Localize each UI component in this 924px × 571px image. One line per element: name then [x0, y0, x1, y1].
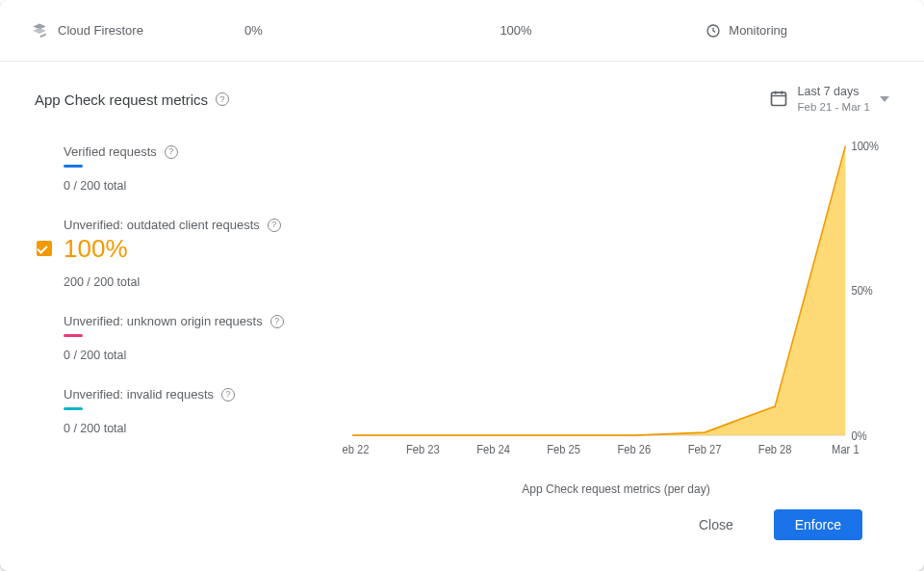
help-icon[interactable]: ?	[216, 92, 229, 106]
metric-value: 100%	[64, 234, 335, 264]
chart-panel: 0%50%100%Feb 22Feb 23Feb 24Feb 25Feb 26F…	[343, 137, 889, 496]
svg-text:Feb 22: Feb 22	[343, 442, 370, 456]
firestore-icon	[31, 22, 48, 39]
svg-text:Feb 25: Feb 25	[547, 442, 580, 456]
metric-item[interactable]: Unverified: invalid requests?0 / 200 tot…	[35, 379, 335, 453]
page-title-text: App Check request metrics	[35, 91, 208, 108]
date-range-name: Last 7 days	[798, 85, 870, 100]
clock-icon	[706, 23, 721, 39]
svg-text:50%: 50%	[851, 284, 873, 298]
svg-text:0%: 0%	[851, 428, 866, 443]
svg-text:Feb 26: Feb 26	[617, 442, 651, 456]
close-button[interactable]: Close	[678, 509, 755, 540]
date-range-sub: Feb 21 - Mar 1	[798, 100, 870, 114]
page-title: App Check request metrics ?	[35, 91, 229, 108]
metric-sub: 0 / 200 total	[64, 349, 335, 362]
date-range-label: Last 7 days Feb 21 - Mar 1	[798, 85, 870, 114]
main-split: Verified requests?0 / 200 totalUnverifie…	[35, 137, 889, 496]
svg-text:Feb 28: Feb 28	[758, 442, 792, 456]
body: App Check request metrics ? Last 7 days …	[0, 62, 924, 571]
title-row: App Check request metrics ? Last 7 days …	[35, 85, 889, 114]
metric-swatch	[64, 407, 83, 410]
svg-text:Feb 24: Feb 24	[476, 442, 510, 456]
app-check-card: Cloud Firestore 0% 100% Monitoring App C…	[0, 0, 924, 571]
metric-label: Unverified: unknown origin requests?	[64, 314, 335, 328]
metric-sub: 0 / 200 total	[64, 422, 335, 435]
svg-text:Feb 27: Feb 27	[688, 442, 722, 456]
enforce-button[interactable]: Enforce	[774, 509, 862, 540]
svg-text:100%: 100%	[851, 139, 879, 153]
product-label: Cloud Firestore	[58, 23, 143, 38]
metric-item[interactable]: Unverified: outdated client requests?100…	[35, 210, 335, 306]
date-range-picker[interactable]: Last 7 days Feb 21 - Mar 1	[769, 85, 889, 114]
topbar: Cloud Firestore 0% 100% Monitoring	[0, 0, 924, 62]
footer: Close Enforce	[35, 496, 889, 559]
chart: 0%50%100%Feb 22Feb 23Feb 24Feb 25Feb 26F…	[343, 137, 889, 479]
metric-label: Unverified: outdated client requests?	[64, 218, 335, 232]
metric-sub: 200 / 200 total	[64, 275, 335, 289]
chart-caption: App Check request metrics (per day)	[343, 482, 889, 496]
metric-sub: 0 / 200 total	[64, 179, 335, 193]
svg-text:Mar 1: Mar 1	[832, 442, 860, 456]
calendar-icon	[769, 89, 788, 111]
metric-swatch	[64, 165, 83, 168]
topbar-pct-a: 0%	[244, 23, 418, 38]
metric-item[interactable]: Verified requests?0 / 200 total	[35, 137, 335, 210]
topbar-pct-b: 100%	[429, 23, 603, 38]
metric-label: Verified requests?	[64, 144, 335, 159]
metric-swatch	[64, 334, 83, 337]
help-icon[interactable]: ?	[221, 388, 235, 402]
help-icon[interactable]: ?	[270, 315, 284, 328]
svg-rect-1	[771, 92, 785, 105]
svg-text:Feb 23: Feb 23	[406, 442, 440, 456]
status-label: Monitoring	[729, 23, 787, 38]
help-icon[interactable]: ?	[165, 145, 178, 159]
metric-label: Unverified: invalid requests?	[64, 387, 335, 402]
product-cell: Cloud Firestore	[31, 22, 233, 39]
status-cell: Monitoring	[706, 23, 893, 39]
metric-item[interactable]: Unverified: unknown origin requests?0 / …	[35, 306, 335, 379]
help-icon[interactable]: ?	[268, 219, 281, 232]
metric-list: Verified requests?0 / 200 totalUnverifie…	[35, 137, 343, 496]
chevron-down-icon	[880, 96, 889, 102]
